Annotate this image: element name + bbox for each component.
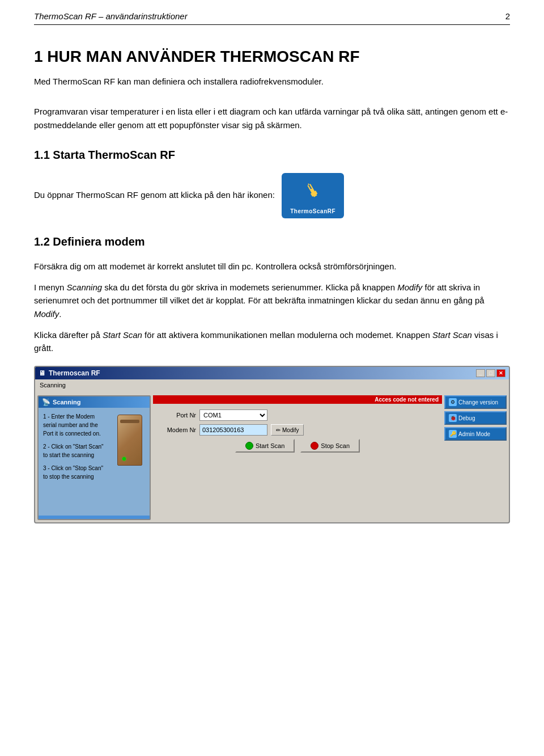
section-1-1: 1.1 Starta ThermoScan RF Du öppnar Therm…	[34, 149, 510, 218]
win-controls: _ □ ✕	[476, 369, 505, 377]
main-heading: 1 HUR MAN ANVÄNDER THERMOSCAN RF	[34, 48, 510, 66]
win-title: Thermoscan RF	[49, 369, 100, 377]
stop-scan-icon	[311, 442, 318, 450]
section-1: 1 HUR MAN ANVÄNDER THERMOSCAN RF Med The…	[34, 48, 510, 132]
scan-step-2: 2 - Click on "Start Scan" to start the s…	[43, 442, 109, 459]
win-menubar: Scanning	[35, 379, 509, 391]
start-scan-icon	[245, 442, 253, 450]
port-row: Port Nr COM1	[156, 409, 439, 421]
thermoscan-icon: 🌡 ThermoScanRF	[282, 173, 344, 218]
scanning-steps: 1 - Enter the Modem serial number and th…	[43, 412, 109, 511]
modem-graphic	[117, 415, 142, 466]
port-label: Port Nr	[156, 412, 196, 419]
section-1-2-heading: 1.2 Definiera modem	[34, 235, 510, 248]
win-titlebar: 🖥 Thermoscan RF _ □ ✕	[35, 367, 509, 379]
intro-paragraph: Med ThermoScan RF kan man definiera och …	[34, 75, 510, 88]
change-version-button[interactable]: ⚙ Change version	[444, 395, 507, 409]
modem-input[interactable]	[199, 424, 267, 436]
scanning-panel: 📡 Scanning 1 - Enter the Modem serial nu…	[37, 395, 151, 520]
close-button[interactable]: ✕	[496, 369, 505, 377]
admin-mode-icon: 🔑	[449, 430, 457, 438]
section-1-2-para1: Försäkra dig om att modemet är korrekt a…	[34, 260, 510, 273]
section-1-2-para3: Klicka därefter på Start Scan för att ak…	[34, 328, 510, 355]
section-1-2: 1.2 Definiera modem Försäkra dig om att …	[34, 235, 510, 524]
maximize-button[interactable]: □	[486, 369, 495, 377]
debug-button[interactable]: 🐞 Debug	[444, 411, 507, 425]
section-1-2-para2: I menyn Scanning ska du det första du gö…	[34, 281, 510, 320]
admin-mode-button[interactable]: 🔑 Admin Mode	[444, 427, 507, 441]
port-select[interactable]: COM1	[199, 409, 267, 421]
win-content: 📡 Scanning 1 - Enter the Modem serial nu…	[37, 395, 507, 520]
modify-button[interactable]: ✏ Modify	[271, 424, 304, 436]
scanning-panel-header: 📡 Scanning	[39, 396, 150, 408]
stop-scan-button[interactable]: Stop Scan	[300, 439, 360, 453]
win-body: 📡 Scanning 1 - Enter the Modem serial nu…	[35, 393, 509, 522]
page-number: 2	[505, 11, 510, 21]
page-header: ThermoScan RF – användarinstruktioner 2	[34, 11, 510, 25]
start-scan-button[interactable]: Start Scan	[235, 439, 295, 453]
menu-scanning[interactable]: Scanning	[35, 381, 70, 390]
form-area: Port Nr COM1 Modem Nr ✏ Modify	[153, 406, 442, 459]
change-version-icon: ⚙	[449, 398, 457, 406]
scan-buttons-row: Start Scan Stop Scan	[156, 439, 439, 453]
main-panel: Acces code not entered Port Nr COM1 Mo	[153, 395, 442, 520]
win-app-icon: 🖥	[39, 369, 45, 377]
debug-icon: 🐞	[449, 414, 457, 422]
screenshot: 🖥 Thermoscan RF _ □ ✕ Scanning 📡 Scannin…	[34, 366, 510, 523]
scan-step-1: 1 - Enter the Modem serial number and th…	[43, 412, 109, 438]
section-1-1-text: Du öppnar ThermoScan RF genom att klicka…	[34, 173, 510, 218]
document-title: ThermoScan RF – användarinstruktioner	[34, 11, 188, 21]
modem-label: Modem Nr	[156, 426, 196, 433]
modify-icon: ✏	[276, 427, 280, 433]
scanning-icon: 📡	[42, 398, 50, 406]
description-paragraph: Programvaran visar temperaturer i en lis…	[34, 105, 510, 132]
modem-image	[114, 412, 145, 511]
scanning-panel-body: 1 - Enter the Modem serial number and th…	[39, 408, 150, 516]
section-1-1-heading: 1.1 Starta ThermoScan RF	[34, 149, 510, 162]
modem-row: Modem Nr ✏ Modify	[156, 424, 439, 436]
access-code-warning: Acces code not entered	[153, 395, 442, 404]
minimize-button[interactable]: _	[476, 369, 485, 377]
right-buttons-panel: ⚙ Change version 🐞 Debug 🔑 Admin Mode	[444, 395, 507, 520]
scan-step-3: 3 - Click on "Stop Scan" to stop the sca…	[43, 464, 109, 481]
